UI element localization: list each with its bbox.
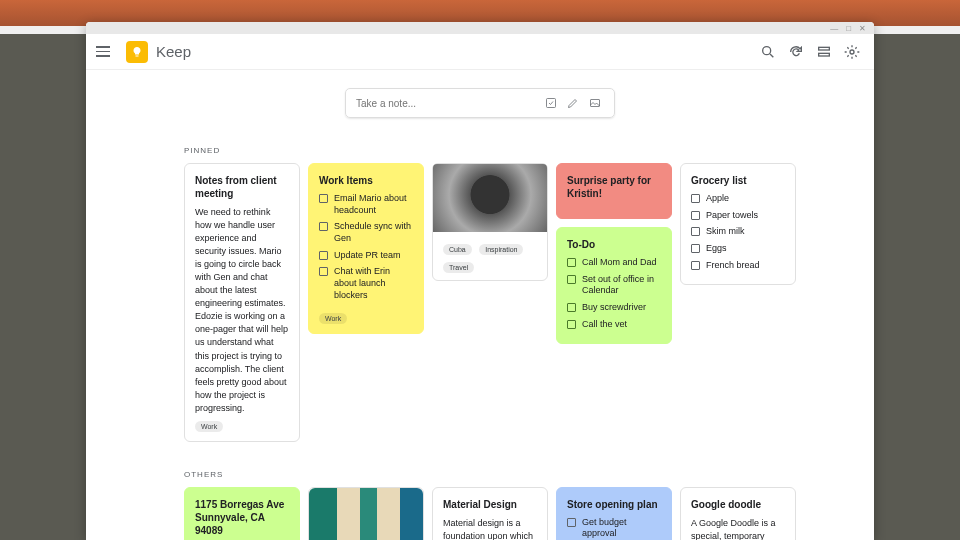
note-title: Notes from client meeting [195, 174, 289, 200]
menu-icon[interactable] [96, 42, 116, 62]
tag-work[interactable]: Work [319, 313, 347, 324]
note-body: Material design is a foundation upon whi… [443, 517, 537, 540]
svg-rect-6 [591, 100, 600, 107]
note-image [433, 164, 547, 232]
note-photo[interactable]: Cuba Inspiration Travel [432, 163, 548, 281]
close-icon[interactable]: ✕ [859, 24, 866, 33]
tag-work[interactable]: Work [195, 421, 223, 432]
others-label: Others [184, 470, 854, 479]
note-body: We need to rethink how we handle user ex… [195, 206, 289, 415]
list-item[interactable]: Paper towels [691, 210, 785, 222]
svg-point-0 [763, 46, 771, 54]
checkbox-icon[interactable] [691, 211, 700, 220]
list-item[interactable]: Skim milk [691, 226, 785, 238]
note-client-meeting[interactable]: Notes from client meeting We need to ret… [184, 163, 300, 442]
note-title: Store opening plan [567, 498, 661, 511]
note-address[interactable]: 1175 Borregas Ave Sunnyvale, CA 94089 Wo… [184, 487, 300, 540]
search-icon[interactable] [756, 40, 780, 64]
checkbox-icon[interactable] [319, 251, 328, 260]
checkbox-icon[interactable] [567, 320, 576, 329]
list-item[interactable]: Call the vet [567, 319, 661, 331]
settings-icon[interactable] [840, 40, 864, 64]
others-grid: 1175 Borregas Ave Sunnyvale, CA 94089 Wo… [106, 487, 854, 540]
note-material[interactable]: Material Design Material design is a fou… [432, 487, 548, 540]
note-store[interactable]: Store opening plan Get budget approval R… [556, 487, 672, 540]
app-header: Keep [86, 34, 874, 70]
new-image-icon[interactable] [586, 94, 604, 112]
list-item[interactable]: Set out of office in Calendar [567, 274, 661, 297]
svg-line-1 [770, 54, 773, 57]
list-item[interactable]: Update PR team [319, 250, 413, 262]
list-item[interactable]: Chat with Erin about launch blockers [319, 266, 413, 301]
app-name: Keep [156, 43, 191, 60]
app-window: — □ ✕ Keep Pinned Notes from client meet… [86, 22, 874, 540]
list-item[interactable]: Get budget approval [567, 517, 661, 540]
note-title: 1175 Borregas Ave Sunnyvale, CA 94089 [195, 498, 289, 537]
checkbox-icon[interactable] [319, 194, 328, 203]
checkbox-icon[interactable] [691, 244, 700, 253]
pinned-label: Pinned [184, 146, 854, 155]
minimize-icon[interactable]: — [830, 24, 838, 33]
svg-rect-5 [547, 99, 556, 108]
note-work-items[interactable]: Work Items Email Mario about headcount S… [308, 163, 424, 334]
note-body: A Google Doodle is a special, temporary … [691, 517, 785, 540]
checkbox-icon[interactable] [567, 303, 576, 312]
checkbox-icon[interactable] [691, 194, 700, 203]
note-title: Material Design [443, 498, 537, 511]
tag-cuba[interactable]: Cuba [443, 244, 472, 255]
checkbox-icon[interactable] [319, 222, 328, 231]
checkbox-icon[interactable] [691, 227, 700, 236]
svg-point-4 [850, 50, 854, 54]
list-item[interactable]: French bread [691, 260, 785, 272]
checkbox-icon[interactable] [567, 518, 576, 527]
checkbox-icon[interactable] [567, 275, 576, 284]
new-drawing-icon[interactable] [564, 94, 582, 112]
note-title: Google doodle [691, 498, 785, 511]
list-item[interactable]: Email Mario about headcount [319, 193, 413, 216]
take-note-input[interactable] [356, 98, 538, 109]
list-item[interactable]: Apple [691, 193, 785, 205]
checkbox-icon[interactable] [567, 258, 576, 267]
list-item[interactable]: Schedule sync with Gen [319, 221, 413, 244]
note-title: Grocery list [691, 174, 785, 187]
new-list-icon[interactable] [542, 94, 560, 112]
list-item[interactable]: Call Mom and Dad [567, 257, 661, 269]
svg-rect-3 [819, 53, 830, 56]
note-title: Surprise party for Kristin! [567, 174, 661, 200]
list-item[interactable]: Eggs [691, 243, 785, 255]
checkbox-icon[interactable] [691, 261, 700, 270]
note-doodle[interactable]: Google doodle A Google Doodle is a speci… [680, 487, 796, 540]
note-grocery[interactable]: Grocery list Apple Paper towels Skim mil… [680, 163, 796, 285]
tag-inspiration[interactable]: Inspiration [479, 244, 523, 255]
keep-logo-icon [126, 41, 148, 63]
note-title: Work Items [319, 174, 413, 187]
svg-rect-2 [819, 47, 830, 50]
take-note-bar[interactable] [345, 88, 615, 118]
note-title: To-Do [567, 238, 661, 251]
pinned-grid: Notes from client meeting We need to ret… [106, 163, 854, 442]
refresh-icon[interactable] [784, 40, 808, 64]
note-image [309, 488, 423, 540]
checkbox-icon[interactable] [319, 267, 328, 276]
list-view-icon[interactable] [812, 40, 836, 64]
notes-scroll-area[interactable]: Pinned Notes from client meeting We need… [86, 70, 874, 540]
list-item[interactable]: Buy screwdriver [567, 302, 661, 314]
note-hawaii[interactable]: Trip to Hawaii Hapuna White Sand Beach -… [308, 487, 424, 540]
tag-travel[interactable]: Travel [443, 262, 474, 273]
window-titlebar: — □ ✕ [86, 22, 874, 34]
note-surprise[interactable]: Surprise party for Kristin! [556, 163, 672, 219]
note-todo[interactable]: To-Do Call Mom and Dad Set out of office… [556, 227, 672, 344]
maximize-icon[interactable]: □ [846, 24, 851, 33]
